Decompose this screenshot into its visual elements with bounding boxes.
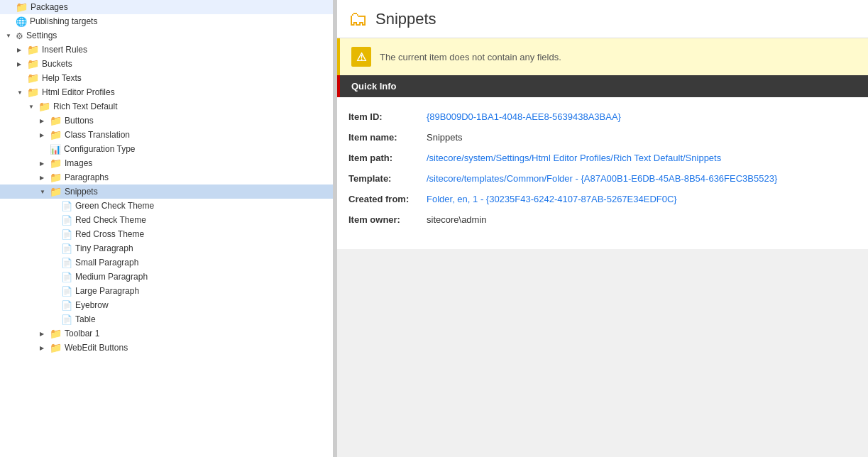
tree-icon-paragraphs: 📁 [50,172,62,183]
main-content: 🗂 Snippets ⚠ The current item does not c… [337,0,868,457]
tree-arrow-insert-rules: ▶ [17,47,26,53]
template-label: Template: [348,173,427,184]
tree-arrow-rich-text-default: ▼ [28,104,37,110]
tree-arrow-settings: ▼ [6,33,14,39]
tree-icon-large-paragraph: 📄 [61,285,72,297]
tree-label-large-paragraph: Large Paragraph [75,286,139,296]
tree-icon-webedit-buttons: 📁 [50,342,62,353]
item-path-label: Item path: [348,153,427,163]
tree-label-buttons: Buttons [65,116,94,126]
tree-arrow-webedit-buttons: ▶ [40,345,48,351]
tree-arrow-html-editor-profiles: ▼ [17,89,26,96]
sidebar-item-buckets[interactable]: ▶📁Buckets [0,57,333,71]
tree-icon-help-texts: 📁 [27,72,39,84]
warning-banner: ⚠ The current item does not contain any … [337,38,868,75]
tree-arrow-buttons: ▶ [40,118,48,124]
tree-icon-buttons: 📁 [50,115,62,126]
tree-label-rich-text-default: Rich Text Default [53,101,118,111]
sidebar-item-buttons[interactable]: ▶📁Buttons [0,114,333,128]
sidebar-item-large-paragraph[interactable]: 📄Large Paragraph [0,284,333,298]
tree-icon-snippets: 📁 [50,186,62,197]
quick-info-header: Quick Info [337,75,868,97]
sidebar-item-table[interactable]: 📄Table [0,312,333,326]
tree-label-class-translation: Class Translation [65,130,130,140]
sidebar-item-rich-text-default[interactable]: ▼📁Rich Text Default [0,99,333,114]
item-name-value: Snippets [427,132,463,143]
tree-icon-publishing-targets: 🌐 [16,16,27,27]
info-row-created-from: Created from: Folder, en, 1 - {30235F43-… [348,194,857,204]
tree-label-green-check-theme: Green Check Theme [75,201,154,211]
sidebar-item-webedit-buttons[interactable]: ▶📁WebEdit Buttons [0,341,333,355]
sidebar-item-class-translation[interactable]: ▶📁Class Translation [0,128,333,142]
tree-label-paragraphs: Paragraphs [65,172,109,182]
warning-text: The current item does not contain any fi… [380,52,561,62]
page-header-icon: 🗂 [348,7,368,31]
item-path-value[interactable]: /sitecore/system/Settings/Html Editor Pr… [427,153,721,163]
tree-arrow-snippets: ▼ [40,189,48,195]
page-title: Snippets [375,10,436,28]
tree-label-html-editor-profiles: Html Editor Profiles [42,87,115,97]
created-from-value[interactable]: Folder, en, 1 - {30235F43-6242-4107-87AB… [427,194,677,204]
tree-icon-images: 📁 [50,158,62,169]
tree-icon-medium-paragraph: 📄 [61,271,72,282]
tree-icon-configuration-type: 📊 [50,143,61,155]
item-owner-value: sitecore\admin [427,214,487,225]
sidebar-item-publishing-targets[interactable]: 🌐Publishing targets [0,14,333,28]
sidebar-item-small-paragraph[interactable]: 📄Small Paragraph [0,255,333,270]
info-row-item-owner: Item owner: sitecore\admin [348,214,857,225]
tree-label-toolbar-1: Toolbar 1 [65,329,99,338]
tree-icon-html-editor-profiles: 📁 [27,87,39,98]
sidebar-item-help-texts[interactable]: 📁Help Texts [0,71,333,85]
quick-info-label: Quick Info [351,81,397,92]
sidebar-item-configuration-type[interactable]: 📊Configuration Type [0,142,333,156]
page-header: 🗂 Snippets [337,0,868,38]
sidebar-item-green-check-theme[interactable]: 📄Green Check Theme [0,199,333,213]
tree-label-snippets: Snippets [65,187,98,197]
tree-arrow-class-translation: ▶ [40,132,48,138]
sidebar-item-paragraphs[interactable]: ▶📁Paragraphs [0,170,333,185]
tree-label-publishing-targets: Publishing targets [30,16,97,26]
tree-label-small-paragraph: Small Paragraph [75,258,138,268]
item-name-label: Item name: [348,132,427,143]
tree-label-help-texts: Help Texts [42,73,82,83]
sidebar-item-red-cross-theme[interactable]: 📄Red Cross Theme [0,227,333,241]
sidebar-item-red-check-theme[interactable]: 📄Red Check Theme [0,213,333,227]
item-owner-label: Item owner: [348,214,427,225]
sidebar-item-settings[interactable]: ▼⚙Settings [0,28,333,43]
tree-icon-buckets: 📁 [27,58,39,70]
quick-info-body: Item ID: {89B009D0-1BA1-4048-AEE8-563943… [337,97,868,249]
tree-icon-small-paragraph: 📄 [61,257,72,268]
tree-label-buckets: Buckets [42,59,72,69]
tree-arrow-paragraphs: ▶ [40,175,48,181]
tree-label-settings: Settings [26,31,57,40]
item-id-value[interactable]: {89B009D0-1BA1-4048-AEE8-5639438A3BAA} [427,111,621,122]
tree-label-packages: Packages [31,2,68,12]
tree-label-configuration-type: Configuration Type [64,144,136,154]
tree-icon-rich-text-default: 📁 [38,101,50,112]
sidebar-item-toolbar-1[interactable]: ▶📁Toolbar 1 [0,326,333,341]
sidebar-item-eyebrow[interactable]: 📄Eyebrow [0,298,333,312]
tree-icon-packages: 📁 [16,1,28,13]
tree-icon-red-check-theme: 📄 [61,214,72,226]
info-row-template: Template: /sitecore/templates/Common/Fol… [348,173,857,184]
sidebar-item-images[interactable]: ▶📁Images [0,156,333,170]
tree-icon-settings: ⚙ [16,30,23,41]
sidebar-item-medium-paragraph[interactable]: 📄Medium Paragraph [0,270,333,284]
tree-icon-tiny-paragraph: 📄 [61,243,72,254]
sidebar-item-snippets[interactable]: ▼📁Snippets [0,185,333,199]
tree-icon-toolbar-1: 📁 [50,328,62,339]
sidebar-item-insert-rules[interactable]: ▶📁Insert Rules [0,43,333,57]
tree-label-tiny-paragraph: Tiny Paragraph [75,243,133,253]
template-value[interactable]: /sitecore/templates/Common/Folder - {A87… [427,173,777,184]
sidebar-item-tiny-paragraph[interactable]: 📄Tiny Paragraph [0,241,333,255]
info-row-item-path: Item path: /sitecore/system/Settings/Htm… [348,153,857,163]
sidebar: 📁Packages 🌐Publishing targets▼⚙Settings▶… [0,0,334,457]
sidebar-item-html-editor-profiles[interactable]: ▼📁Html Editor Profiles [0,85,333,99]
tree-label-red-check-theme: Red Check Theme [75,215,146,225]
tree-label-insert-rules: Insert Rules [42,45,87,55]
tree-icon-table: 📄 [61,314,72,325]
tree-label-webedit-buttons: WebEdit Buttons [65,343,128,353]
tree-arrow-buckets: ▶ [17,61,26,67]
info-row-item-name: Item name: Snippets [348,132,857,143]
sidebar-item-packages[interactable]: 📁Packages [0,0,333,14]
